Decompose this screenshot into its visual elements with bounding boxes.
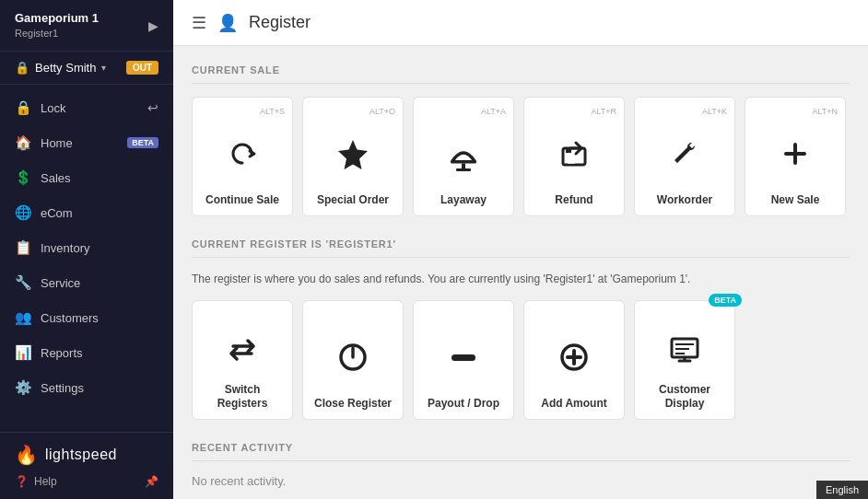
sidebar-item-home[interactable]: 🏠 Home BETA bbox=[0, 125, 173, 160]
payout-drop-card[interactable]: - Payout / Drop bbox=[413, 300, 514, 420]
refund-label: Refund bbox=[555, 193, 592, 208]
new-sale-card[interactable]: ALT+N New Sale bbox=[745, 97, 846, 216]
current-register-section: CURRENT REGISTER IS 'REGISTER1' The regi… bbox=[192, 238, 850, 420]
ecom-icon: 🌐 bbox=[15, 204, 31, 221]
customer-display-card[interactable]: BETA - Customer Display bbox=[634, 300, 735, 420]
sidebar-item-sales[interactable]: 💲 Sales bbox=[0, 160, 173, 195]
payout-drop-label: Payout / Drop bbox=[428, 397, 499, 412]
refund-icon bbox=[556, 122, 592, 186]
switch-registers-card[interactable]: - Switch Registers bbox=[192, 300, 293, 420]
store-name: Gameporium 1 bbox=[15, 11, 99, 27]
sidebar-item-lock[interactable]: 🔒 Lock ↩ bbox=[0, 90, 173, 125]
sidebar-item-sales-label: Sales bbox=[41, 171, 71, 185]
register-name: Register1 bbox=[15, 27, 99, 40]
layaway-icon bbox=[445, 122, 482, 186]
sidebar-item-service-label: Service bbox=[41, 276, 80, 290]
sidebar-collapse-button[interactable]: ▶ bbox=[148, 18, 158, 33]
sidebar-item-customers[interactable]: 👥 Customers bbox=[0, 300, 173, 335]
continue-sale-shortcut: ALT+S bbox=[260, 107, 285, 116]
close-register-card[interactable]: - Close Register bbox=[302, 300, 404, 420]
pin-button[interactable]: 📌 bbox=[145, 475, 158, 488]
help-button[interactable]: ❓ Help bbox=[15, 475, 57, 488]
add-amount-icon bbox=[556, 325, 592, 389]
no-activity-text: No recent activity. bbox=[192, 474, 850, 488]
new-sale-shortcut: ALT+N bbox=[812, 107, 838, 116]
user-row: 🔒 Betty Smith ▾ OUT bbox=[0, 52, 173, 85]
nav-section: 🔒 Lock ↩ 🏠 Home BETA 💲 Sales 🌐 eCom 📋 In… bbox=[0, 85, 173, 432]
customer-display-beta-badge: BETA bbox=[709, 294, 742, 307]
switch-registers-label: Switch Registers bbox=[200, 383, 285, 412]
new-sale-icon bbox=[777, 122, 814, 186]
workorder-card[interactable]: ALT+K Workorder bbox=[634, 97, 735, 216]
continue-sale-label: Continue Sale bbox=[205, 193, 279, 208]
language-badge[interactable]: English bbox=[816, 481, 868, 499]
flame-icon: 🔥 bbox=[15, 444, 38, 466]
sidebar-item-home-label: Home bbox=[41, 136, 73, 150]
layaway-card[interactable]: ALT+A Layaway bbox=[413, 97, 514, 216]
svg-marker-0 bbox=[338, 140, 368, 169]
sidebar-item-ecom[interactable]: 🌐 eCom bbox=[0, 195, 173, 230]
sales-icon: 💲 bbox=[15, 169, 31, 186]
home-beta-badge: BETA bbox=[127, 137, 158, 148]
sidebar-item-reports-label: Reports bbox=[41, 346, 83, 360]
refund-card[interactable]: ALT+R Refund bbox=[523, 97, 625, 216]
svg-rect-1 bbox=[451, 160, 476, 164]
special-order-label: Special Order bbox=[317, 193, 389, 208]
help-icon: ❓ bbox=[15, 475, 29, 488]
layaway-label: Layaway bbox=[440, 193, 487, 208]
sidebar-item-service[interactable]: 🔧 Service bbox=[0, 265, 173, 300]
lock-user-icon: 🔒 bbox=[15, 61, 29, 75]
add-amount-label: Add Amount bbox=[541, 397, 607, 412]
new-sale-label: New Sale bbox=[771, 193, 820, 208]
register-description: The register is where you do sales and r… bbox=[192, 271, 850, 287]
lightspeed-logo: 🔥 lightspeed bbox=[15, 444, 158, 466]
payout-drop-icon bbox=[445, 325, 482, 389]
sidebar-item-lock-action[interactable]: ↩ bbox=[147, 100, 158, 115]
svg-rect-2 bbox=[462, 164, 465, 169]
inventory-icon: 📋 bbox=[15, 239, 31, 256]
user-chevron-icon: ▾ bbox=[101, 63, 106, 73]
svg-rect-12 bbox=[566, 355, 582, 359]
service-icon: 🔧 bbox=[15, 274, 31, 291]
continue-sale-icon bbox=[224, 122, 261, 186]
svg-rect-9 bbox=[452, 354, 475, 361]
sidebar-item-settings[interactable]: ⚙️ Settings bbox=[0, 370, 173, 405]
current-sale-section: CURRENT SALE ALT+S Continue Sale ALT+O bbox=[192, 64, 850, 216]
current-sale-title: CURRENT SALE bbox=[192, 64, 850, 84]
continue-sale-card[interactable]: ALT+S Continue Sale bbox=[192, 97, 293, 216]
add-amount-card[interactable]: - Add Amount bbox=[523, 300, 625, 420]
sidebar-item-lock-label: Lock bbox=[41, 101, 65, 115]
register-cards: - Switch Registers - Close Register bbox=[192, 300, 850, 420]
main-content: ☰ 👤 Register CURRENT SALE ALT+S Continue… bbox=[173, 0, 868, 499]
special-order-icon bbox=[334, 122, 371, 186]
switch-registers-icon bbox=[224, 325, 261, 376]
register-icon: 👤 bbox=[217, 13, 238, 33]
svg-rect-7 bbox=[784, 152, 806, 156]
current-sale-cards: ALT+S Continue Sale ALT+O Special Order bbox=[192, 97, 850, 216]
svg-rect-3 bbox=[456, 168, 471, 171]
workorder-shortcut: ALT+K bbox=[702, 107, 727, 116]
content-area: CURRENT SALE ALT+S Continue Sale ALT+O bbox=[173, 46, 868, 499]
sidebar-item-customers-label: Customers bbox=[41, 311, 99, 325]
sidebar-footer-nav: ❓ Help 📌 bbox=[15, 475, 158, 488]
special-order-card[interactable]: ALT+O Special Order bbox=[302, 97, 404, 216]
user-name: Betty Smith bbox=[35, 61, 96, 75]
user-info[interactable]: 🔒 Betty Smith ▾ bbox=[15, 61, 106, 75]
current-register-title: CURRENT REGISTER IS 'REGISTER1' bbox=[192, 238, 850, 258]
sidebar-item-inventory[interactable]: 📋 Inventory bbox=[0, 230, 173, 265]
hamburger-icon[interactable]: ☰ bbox=[192, 13, 206, 33]
close-register-label: Close Register bbox=[314, 397, 392, 412]
layaway-shortcut: ALT+A bbox=[481, 107, 506, 116]
workorder-label: Workorder bbox=[657, 193, 712, 208]
store-info: Gameporium 1 Register1 bbox=[15, 11, 99, 40]
customers-icon: 👥 bbox=[15, 309, 31, 326]
reports-icon: 📊 bbox=[15, 344, 31, 361]
workorder-icon bbox=[666, 122, 703, 186]
close-register-icon bbox=[334, 325, 371, 389]
sidebar-footer: 🔥 lightspeed ❓ Help 📌 bbox=[0, 432, 173, 499]
sidebar-item-reports[interactable]: 📊 Reports bbox=[0, 335, 173, 370]
sidebar-header: Gameporium 1 Register1 ▶ bbox=[0, 0, 173, 52]
pin-icon: 📌 bbox=[145, 475, 158, 488]
home-icon: 🏠 bbox=[15, 134, 31, 151]
recent-activity-section: RECENT ACTIVITY No recent activity. Toda… bbox=[192, 442, 850, 499]
